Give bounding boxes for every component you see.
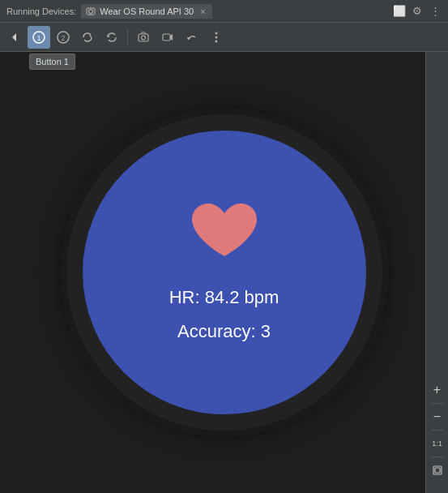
accuracy-reading: Accuracy: 3 (177, 321, 271, 342)
device-tab-label: Wear OS Round API 30 (100, 6, 194, 16)
watch-screen: HR: 84.2 bpm Accuracy: 3 (83, 131, 366, 414)
device-tab[interactable]: Wear OS Round API 30 × (81, 4, 211, 19)
zoom-out-button[interactable]: − (428, 407, 447, 427)
hr-reading: HR: 84.2 bpm (169, 287, 279, 308)
video-button[interactable] (156, 26, 179, 49)
svg-point-8 (142, 36, 146, 40)
right-sep-1 (432, 403, 443, 404)
zoom-in-button[interactable]: + (428, 380, 447, 400)
main-content: HR: 84.2 bpm Accuracy: 3 + − 1:1 (0, 52, 448, 493)
right-controls: + − 1:1 (425, 52, 448, 493)
rotate-button[interactable] (76, 26, 99, 49)
maximize-icon[interactable]: ⬜ (393, 5, 406, 17)
top-bar: Running Devices: Wear OS Round API 30 × … (0, 0, 448, 23)
svg-point-12 (215, 36, 218, 38)
button2[interactable]: 2 (52, 26, 75, 49)
back-button[interactable] (3, 26, 26, 49)
right-sep-3 (432, 457, 443, 457)
svg-point-11 (215, 32, 218, 34)
fit-button[interactable] (428, 461, 447, 480)
button1[interactable]: 1 (28, 26, 50, 49)
svg-point-1 (89, 9, 93, 13)
topbar-right-controls: ⬜ ⚙ ⋮ (393, 5, 442, 17)
svg-rect-7 (139, 34, 148, 41)
running-devices-label: Running Devices: (6, 6, 76, 16)
svg-text:2: 2 (61, 34, 65, 42)
toolbar: 1 2 (0, 23, 448, 52)
svg-marker-2 (12, 33, 16, 41)
overflow-icon[interactable]: ⋮ (429, 5, 442, 17)
device-icon (86, 6, 96, 16)
undo-button[interactable] (181, 26, 203, 49)
camera-button[interactable] (132, 26, 155, 49)
svg-point-13 (215, 40, 218, 42)
settings-icon[interactable]: ⚙ (411, 5, 424, 17)
more-options-button[interactable] (205, 26, 228, 49)
toolbar-sep-1 (127, 29, 128, 45)
svg-text:1: 1 (36, 34, 41, 42)
heart-icon (192, 204, 257, 271)
right-sep-2 (432, 430, 443, 431)
svg-rect-15 (435, 468, 440, 473)
zoom-reset-button[interactable]: 1:1 (428, 434, 447, 453)
watch-bezel: HR: 84.2 bpm Accuracy: 3 (66, 114, 382, 431)
refresh-button[interactable] (100, 26, 123, 49)
tab-close-button[interactable]: × (200, 6, 205, 16)
svg-rect-9 (163, 34, 170, 41)
